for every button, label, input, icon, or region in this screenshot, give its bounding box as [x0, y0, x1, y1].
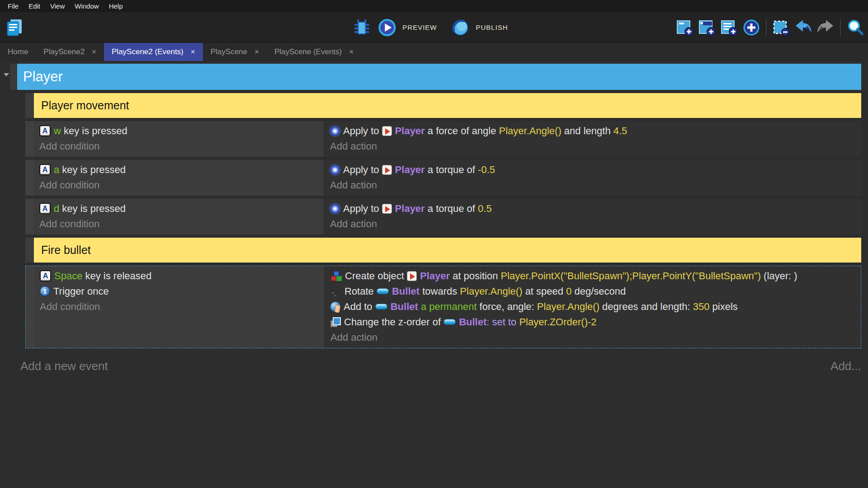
menu-item-window[interactable]: Window: [70, 0, 104, 12]
tab-home[interactable]: Home: [0, 43, 36, 61]
action-line[interactable]: Apply to Player a torque of -0.5: [330, 162, 856, 178]
add-action-button[interactable]: Add action: [330, 178, 856, 193]
search-icon[interactable]: [845, 18, 865, 38]
group-handle[interactable]: [10, 64, 17, 90]
event-rows: Player movementAw key is pressedAdd cond…: [25, 93, 861, 348]
preview-play-icon[interactable]: [377, 18, 397, 38]
events-sheet: Player Player movementAw key is pressedA…: [0, 61, 868, 474]
tab-label: PlayScene2: [43, 47, 85, 56]
event-row: Aa key is pressedAdd conditionApply to P…: [25, 160, 861, 196]
instruction-text: 0: [566, 286, 571, 297]
add-action-button[interactable]: Add action: [330, 139, 856, 154]
instruction-text: a torque of: [425, 164, 478, 175]
comment-text[interactable]: Fire bullet: [34, 238, 861, 263]
conditions-column: Ad key is pressedAdd condition: [34, 199, 325, 235]
remove-selection-icon[interactable]: [771, 18, 791, 38]
add-new-event-button[interactable]: Add a new event: [20, 359, 108, 373]
add-event-icon[interactable]: [675, 18, 695, 38]
action-line[interactable]: Create object Player at position Player.…: [330, 268, 855, 284]
tab-playscene2-events-[interactable]: PlayScene2 (Events)×: [104, 43, 203, 61]
instruction-text: a: [54, 164, 59, 175]
physics-force-icon: [330, 126, 340, 136]
condition-line[interactable]: Aw key is pressed: [39, 123, 318, 139]
publish-globe-icon[interactable]: [450, 18, 470, 38]
player-object-icon: [407, 271, 417, 281]
instruction-text: Player: [395, 164, 425, 175]
actions-column: Apply to Player a torque of -0.5Add acti…: [325, 160, 861, 196]
instruction-text: and length: [561, 125, 613, 136]
condition-line[interactable]: Aa key is pressed: [39, 162, 318, 178]
actions-column: Create object Player at position Player.…: [325, 266, 861, 348]
tab-close-icon[interactable]: ×: [349, 47, 354, 56]
menu-item-file[interactable]: File: [3, 0, 24, 12]
instruction-text: Bullet: [459, 316, 486, 328]
undo-icon[interactable]: [793, 18, 813, 38]
tab-close-icon[interactable]: ×: [92, 47, 96, 56]
add-action-button[interactable]: Add action: [330, 216, 856, 232]
instruction-text: d: [54, 203, 59, 214]
instruction-text: key is pressed: [59, 203, 126, 214]
add-more-button[interactable]: Add...: [830, 359, 861, 373]
tab-close-icon[interactable]: ×: [255, 47, 259, 56]
project-manager-icon[interactable]: [5, 18, 24, 37]
instruction-text: a torque of: [425, 203, 478, 214]
instruction-text: Bullet: [391, 301, 418, 312]
action-line[interactable]: Add to Bullet a permanent force, angle: …: [330, 299, 855, 314]
add-force-icon: [330, 302, 340, 312]
tab-playscene[interactable]: PlayScene×: [203, 43, 267, 61]
collapse-group-icon[interactable]: [4, 73, 9, 76]
event-row: ASpace key is released1Trigger onceAdd c…: [25, 266, 861, 348]
redo-icon[interactable]: [816, 18, 835, 38]
instruction-text: Player: [420, 270, 450, 282]
instruction-text: Add to: [344, 301, 375, 312]
instruction-text: (layer: ): [761, 270, 797, 282]
menu-item-edit[interactable]: Edit: [24, 0, 45, 12]
instruction-text: Player.Angle(): [499, 125, 561, 136]
instruction-text: 350: [693, 301, 710, 312]
preview-button[interactable]: PREVIEW: [402, 23, 437, 31]
action-line[interactable]: Change the z-order of Bullet: set to Pla…: [330, 314, 855, 330]
condition-line[interactable]: 1Trigger once: [40, 284, 319, 299]
instruction-text: Player.Angle(): [537, 301, 599, 312]
add-comment-icon[interactable]: [719, 18, 739, 38]
add-action-button[interactable]: Add action: [330, 330, 855, 345]
add-subevent-icon[interactable]: [697, 18, 717, 38]
instruction-text: Bullet: [392, 286, 420, 297]
condition-line[interactable]: ASpace key is released: [40, 268, 319, 284]
add-condition-button[interactable]: Add condition: [40, 299, 319, 314]
tab-label: PlayScene (Events): [274, 47, 342, 56]
tab-playscene2[interactable]: PlayScene2×: [36, 43, 104, 61]
action-line[interactable]: Rotate Bullet towards Player.Angle() at …: [330, 284, 855, 299]
condition-line[interactable]: Ad key is pressed: [39, 201, 318, 216]
action-line[interactable]: Apply to Player a force of angle Player.…: [330, 123, 856, 139]
tab-playscene-events-[interactable]: PlayScene (Events)×: [267, 43, 361, 61]
menu-item-view[interactable]: View: [45, 0, 70, 12]
actions-column: Apply to Player a force of angle Player.…: [325, 121, 861, 157]
instruction-text: Space: [54, 270, 82, 282]
instruction-text: Player: [395, 203, 425, 214]
instruction-text: -0.5: [478, 164, 495, 175]
keyboard-key-icon: A: [39, 203, 51, 214]
group-header[interactable]: Player: [17, 64, 861, 90]
keyboard-key-icon: A: [39, 164, 51, 175]
debugger-icon[interactable]: [352, 18, 372, 38]
comment-row: Player movement: [25, 93, 861, 118]
tab-close-icon[interactable]: ×: [191, 47, 195, 56]
instruction-text: : set to: [486, 316, 519, 328]
toolbar-separator: [840, 19, 841, 36]
action-line[interactable]: Apply to Player a torque of 0.5: [330, 201, 856, 216]
add-circle-plus-icon[interactable]: [741, 18, 761, 38]
event-handle: [25, 93, 34, 118]
trigger-once-icon: 1: [40, 286, 50, 296]
event-handle: [26, 266, 34, 348]
add-condition-button[interactable]: Add condition: [39, 178, 318, 193]
publish-button[interactable]: PUBLISH: [476, 23, 508, 31]
add-condition-button[interactable]: Add condition: [39, 216, 318, 232]
bullet-object-icon: [443, 319, 456, 325]
comment-text[interactable]: Player movement: [34, 93, 861, 118]
menu-item-help[interactable]: Help: [104, 0, 128, 12]
event-group-row: Player: [10, 64, 861, 90]
footer-add-row: Add a new event Add...: [20, 359, 861, 373]
add-condition-button[interactable]: Add condition: [39, 139, 318, 154]
instruction-text: key is pressed: [59, 164, 126, 175]
